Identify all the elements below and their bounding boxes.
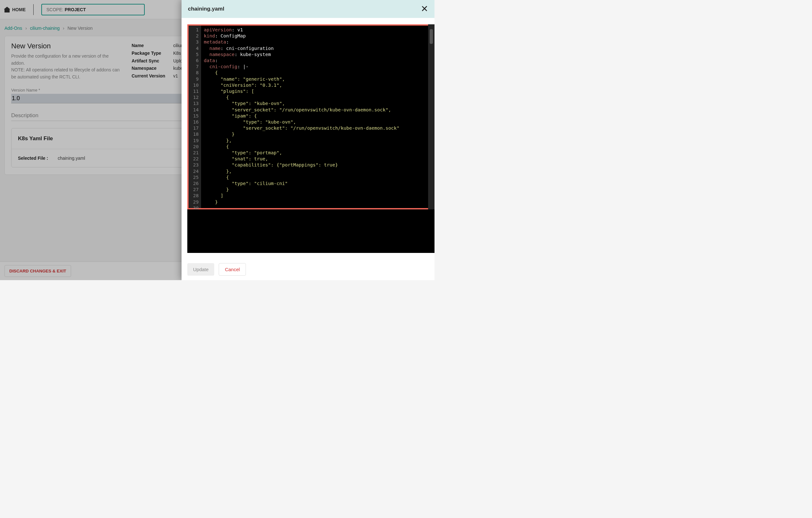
- code-content[interactable]: apiVersion: v1 kind: ConfigMap metadata:…: [201, 26, 399, 208]
- code-editor[interactable]: 1 2 3 4 5 6 7 8 9 10 11 12 13 14 15 16 1…: [187, 24, 435, 209]
- modal-header: chaining.yaml ✕: [181, 0, 435, 18]
- editor-empty-area: [187, 209, 435, 253]
- modal-footer: Update Cancel: [181, 259, 435, 280]
- modal-body: 1 2 3 4 5 6 7 8 9 10 11 12 13 14 15 16 1…: [181, 18, 435, 259]
- line-gutter: 1 2 3 4 5 6 7 8 9 10 11 12 13 14 15 16 1…: [188, 26, 201, 208]
- yaml-modal: chaining.yaml ✕ 1 2 3 4 5 6 7 8 9 10 11 …: [181, 0, 435, 280]
- cancel-button[interactable]: Cancel: [219, 263, 246, 276]
- modal-title: chaining.yaml: [188, 6, 224, 12]
- scrollbar[interactable]: [428, 24, 435, 209]
- close-icon[interactable]: ✕: [421, 6, 428, 12]
- update-button[interactable]: Update: [187, 263, 214, 276]
